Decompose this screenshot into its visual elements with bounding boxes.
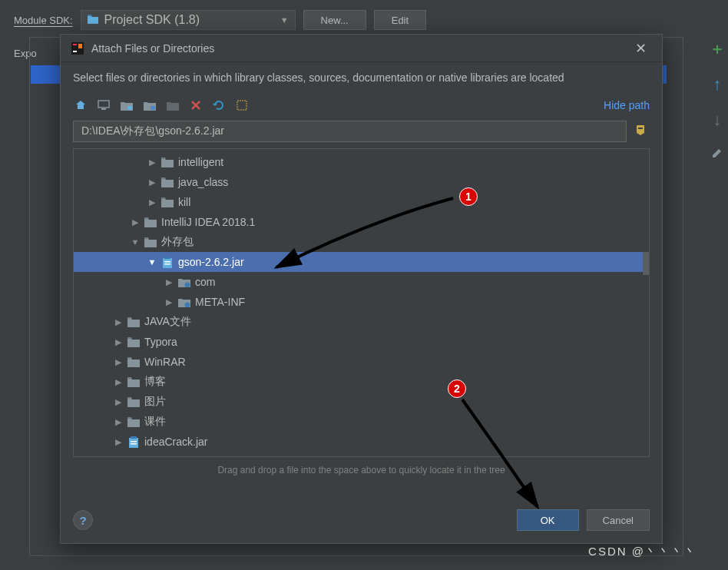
jar-icon — [161, 257, 174, 267]
chevron-right-icon[interactable]: ▶ — [147, 177, 157, 187]
ok-button[interactable]: OK — [517, 509, 579, 531]
edit-icon[interactable] — [711, 145, 723, 163]
tree-node[interactable]: ▶ideaCrack.jar — [74, 432, 649, 452]
tree-node[interactable]: ▼外存包 — [74, 232, 649, 252]
sdk-folder-icon — [88, 13, 98, 27]
chevron-right-icon[interactable]: ▶ — [164, 277, 174, 287]
scrollbar-thumb[interactable] — [643, 252, 649, 275]
tree-node-label: WinRAR — [144, 356, 186, 368]
svg-rect-9 — [163, 258, 172, 268]
chevron-right-icon[interactable]: ▶ — [114, 357, 123, 367]
svg-rect-4 — [98, 101, 109, 108]
history-dropdown-icon[interactable] — [631, 121, 650, 142]
tree-node-label: Typora — [144, 336, 177, 348]
jar-icon — [127, 436, 140, 447]
tree-node[interactable]: ▶博客 — [74, 372, 649, 392]
tree-node[interactable]: ▶com — [74, 272, 649, 292]
annotation-badge-2: 2 — [448, 379, 466, 398]
tree-node[interactable]: ▶kill — [74, 192, 649, 212]
chevron-right-icon[interactable]: ▶ — [114, 397, 123, 407]
chevron-right-icon[interactable]: ▶ — [114, 317, 123, 327]
tree-node-label: IntelliJ IDEA 2018.1 — [161, 216, 255, 228]
svg-rect-16 — [131, 436, 137, 439]
sdk-value: Project SDK (1.8) — [104, 13, 200, 27]
help-button[interactable]: ? — [73, 510, 93, 530]
svg-rect-3 — [78, 44, 82, 48]
folder-icon — [161, 157, 174, 167]
svg-rect-17 — [131, 441, 137, 442]
chevron-right-icon[interactable]: ▶ — [147, 197, 157, 207]
tree-node[interactable]: ▶课件 — [74, 412, 649, 432]
path-row — [61, 118, 662, 148]
desktop-icon[interactable] — [96, 98, 111, 113]
path-input[interactable] — [73, 121, 627, 142]
hide-path-link[interactable]: Hide path — [604, 99, 650, 111]
chevron-down-icon[interactable]: ▼ — [131, 237, 140, 247]
move-up-icon[interactable]: ↑ — [713, 75, 722, 94]
move-down-icon[interactable]: ↓ — [713, 110, 722, 130]
folder-icon — [144, 237, 157, 247]
chevron-right-icon[interactable]: ▶ — [114, 377, 123, 387]
folder-icon — [127, 336, 140, 347]
chevron-right-icon[interactable]: ▶ — [131, 217, 140, 227]
close-icon[interactable]: ✕ — [630, 37, 651, 60]
tree-node-label: ideaCrack.jar — [144, 436, 207, 448]
pkg-icon — [178, 277, 190, 287]
chevron-right-icon[interactable]: ▶ — [114, 337, 123, 347]
chevron-right-icon[interactable]: ▶ — [164, 297, 174, 307]
folder-icon — [127, 356, 140, 367]
module-folder-icon[interactable] — [142, 98, 157, 113]
tree-node-label: META-INF — [195, 296, 245, 308]
new-folder-icon[interactable] — [165, 98, 180, 113]
svg-rect-2 — [73, 51, 77, 52]
tree-node[interactable]: ▶Typora — [74, 332, 649, 352]
svg-rect-6 — [127, 106, 132, 110]
file-tree[interactable]: ▶intelligent▶java_class▶kill▶IntelliJ ID… — [73, 148, 650, 457]
tree-node-label: 博客 — [144, 375, 166, 389]
svg-rect-11 — [164, 261, 170, 263]
drop-hint: Drag and drop a file into the space abov… — [61, 457, 662, 480]
chevron-right-icon[interactable]: ▶ — [114, 437, 123, 447]
folder-icon — [161, 197, 174, 207]
tree-node[interactable]: ▶WinRAR — [74, 352, 649, 372]
tree-node[interactable]: ▶java_class — [74, 172, 649, 192]
delete-icon[interactable] — [188, 98, 204, 113]
tree-node[interactable]: ▶图片 — [74, 392, 649, 412]
cancel-button[interactable]: Cancel — [587, 509, 650, 531]
svg-rect-12 — [164, 263, 170, 265]
tree-node-label: JAVA文件 — [144, 315, 191, 329]
svg-rect-10 — [164, 257, 170, 259]
new-sdk-button[interactable]: New... — [303, 10, 366, 30]
chevron-right-icon[interactable]: ▶ — [114, 417, 123, 427]
chevron-down-icon: ▼ — [280, 15, 289, 25]
refresh-icon[interactable] — [211, 98, 227, 113]
edit-sdk-button[interactable]: Edit — [374, 10, 426, 30]
attach-files-dialog: Attach Files or Directories ✕ Select fil… — [60, 34, 663, 544]
folder-icon — [127, 376, 140, 387]
add-icon[interactable]: ＋ — [710, 38, 725, 59]
project-folder-icon[interactable] — [119, 98, 134, 113]
tree-node-selected[interactable]: ▼gson-2.6.2.jar — [74, 252, 649, 272]
tree-node[interactable]: ▶intelligent — [74, 152, 649, 172]
sdk-row: Module SDK: Project SDK (1.8) ▼ New... E… — [14, 9, 714, 31]
svg-rect-5 — [101, 108, 106, 110]
tree-node-label: kill — [178, 196, 190, 208]
folder-icon — [127, 396, 140, 407]
tree-node[interactable]: ▶META-INF — [74, 292, 649, 312]
tree-node[interactable]: ▶JAVA文件 — [74, 312, 649, 332]
sdk-label: Module SDK: — [14, 15, 73, 26]
show-hidden-icon[interactable] — [234, 98, 250, 113]
chevron-right-icon[interactable]: ▶ — [147, 157, 157, 167]
chevron-down-icon[interactable]: ▼ — [147, 257, 157, 267]
svg-rect-18 — [131, 443, 137, 445]
tree-node[interactable]: ▶IntelliJ IDEA 2018.1 — [74, 212, 649, 232]
home-icon[interactable] — [73, 98, 88, 113]
pkg-icon — [178, 297, 190, 307]
svg-rect-8 — [237, 101, 247, 110]
tree-node-label: intelligent — [178, 156, 223, 168]
tree-node-label: java_class — [178, 176, 228, 188]
tree-node-label: 课件 — [144, 415, 166, 429]
intellij-icon — [71, 42, 84, 55]
dialog-footer: ? OK Cancel — [61, 502, 662, 543]
sdk-dropdown[interactable]: Project SDK (1.8) ▼ — [81, 10, 296, 30]
